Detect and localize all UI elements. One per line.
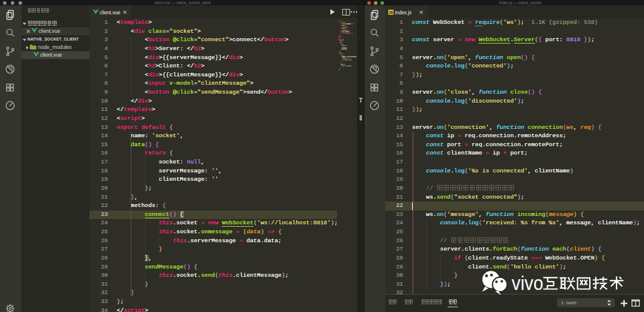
svg-text:JS: JS	[389, 11, 393, 14]
svg-text:vivo: vivo	[512, 272, 543, 294]
